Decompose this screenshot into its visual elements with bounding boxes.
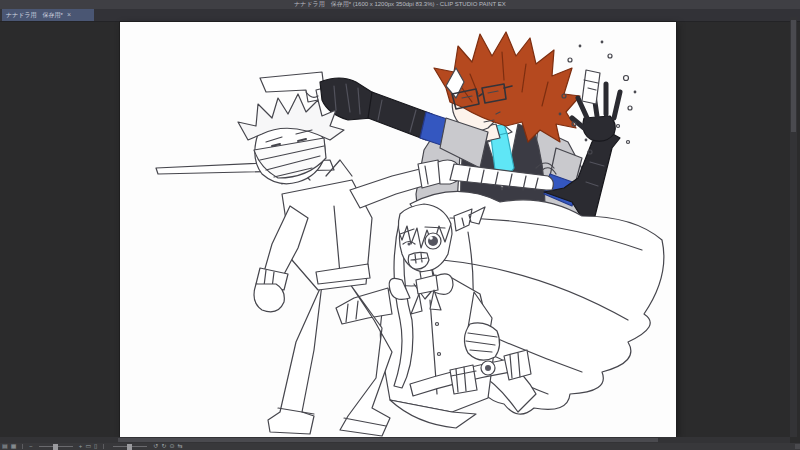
app-window: ナナドラ用 保存用* (1600 x 1200px 350dpi 83.3%) …	[0, 0, 800, 450]
horizontal-scrollbar-thumb[interactable]	[118, 438, 658, 442]
reset-rotation-icon[interactable]: ⊙	[169, 443, 174, 450]
rotation-slider[interactable]	[113, 446, 147, 447]
document-tab-label: ナナドラ用 保存用*	[6, 9, 63, 21]
fit-screen-icon[interactable]: ▭	[85, 443, 91, 450]
subview-panel-icon[interactable]: ▦	[11, 443, 17, 450]
document-tab[interactable]: ナナドラ用 保存用* ×	[2, 9, 94, 21]
rotate-cw-icon[interactable]: ↻	[161, 443, 166, 450]
vertical-scrollbar-thumb[interactable]	[791, 20, 796, 132]
document-tabbar: ナナドラ用 保存用* ×	[0, 9, 800, 22]
statusbar-divider	[103, 444, 104, 449]
navigator-panel-icon[interactable]: ▤	[2, 443, 8, 450]
resize-grip[interactable]	[795, 444, 800, 449]
zoom-slider-handle[interactable]	[53, 444, 58, 450]
flip-horizontal-icon[interactable]: ⇆	[177, 443, 182, 450]
window-title: ナナドラ用 保存用* (1600 x 1200px 350dpi 83.3%) …	[294, 1, 506, 7]
drawing-canvas[interactable]	[120, 22, 676, 437]
zoom-slider[interactable]	[39, 446, 73, 447]
status-bar: ▤ ▦ − + ▭ ▯ ↺ ↻ ⊙ ⇆	[0, 443, 800, 450]
statusbar-divider	[22, 444, 23, 449]
artwork-illustration	[120, 22, 676, 437]
vertical-scrollbar[interactable]	[790, 17, 797, 437]
rotate-ccw-icon[interactable]: ↺	[153, 443, 158, 450]
actual-size-icon[interactable]: ▯	[94, 443, 97, 450]
window-titlebar: ナナドラ用 保存用* (1600 x 1200px 350dpi 83.3%) …	[0, 0, 800, 9]
zoom-out-icon[interactable]: −	[29, 443, 33, 450]
rotation-slider-handle[interactable]	[127, 444, 132, 450]
zoom-in-icon[interactable]: +	[79, 443, 83, 450]
character-girl	[336, 191, 664, 428]
tab-close-icon[interactable]: ×	[67, 9, 71, 21]
